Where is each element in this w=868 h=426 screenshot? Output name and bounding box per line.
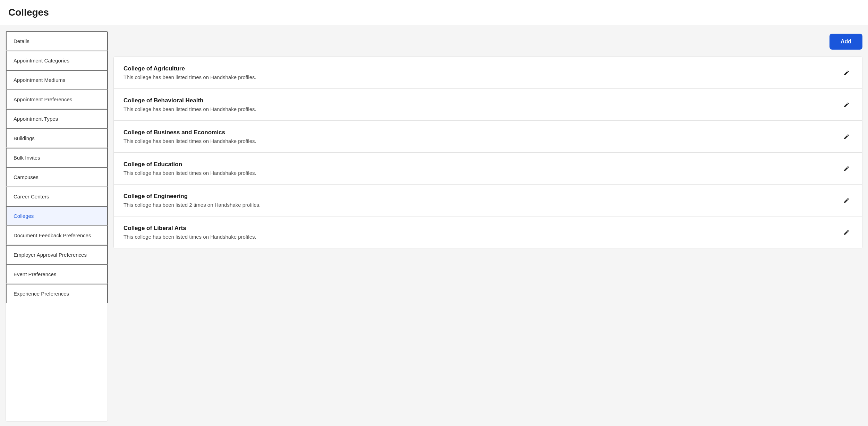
pencil-icon (843, 197, 850, 204)
college-name-liberal-arts: College of Liberal Arts (124, 225, 841, 232)
main-content: Add College of AgricultureThis college h… (113, 31, 862, 421)
college-item-business-economics: College of Business and EconomicsThis co… (114, 121, 862, 153)
sidebar-item-appointment-mediums[interactable]: Appointment Mediums (6, 70, 108, 90)
sidebar-item-appointment-types[interactable]: Appointment Types (6, 109, 108, 128)
sidebar-item-details[interactable]: Details (6, 31, 108, 51)
college-info-engineering: College of EngineeringThis college has b… (124, 193, 841, 208)
college-description-business-economics: This college has been listed times on Ha… (124, 138, 841, 144)
colleges-list: College of AgricultureThis college has b… (113, 57, 862, 248)
pencil-icon (843, 102, 850, 108)
sidebar-item-career-centers[interactable]: Career Centers (6, 187, 108, 206)
college-name-agriculture: College of Agriculture (124, 65, 841, 72)
college-item-engineering: College of EngineeringThis college has b… (114, 185, 862, 216)
college-info-liberal-arts: College of Liberal ArtsThis college has … (124, 225, 841, 240)
college-description-education: This college has been listed times on Ha… (124, 170, 841, 176)
edit-button-liberal-arts[interactable] (841, 227, 852, 238)
pencil-icon (843, 134, 850, 140)
add-button[interactable]: Add (829, 34, 862, 50)
college-name-education: College of Education (124, 161, 841, 168)
college-item-liberal-arts: College of Liberal ArtsThis college has … (114, 216, 862, 248)
sidebar-item-colleges[interactable]: Colleges (6, 206, 108, 225)
sidebar-item-appointment-preferences[interactable]: Appointment Preferences (6, 90, 108, 109)
college-info-agriculture: College of AgricultureThis college has b… (124, 65, 841, 80)
college-description-agriculture: This college has been listed times on Ha… (124, 74, 841, 80)
sidebar-item-bulk-invites[interactable]: Bulk Invites (6, 148, 108, 167)
college-name-business-economics: College of Business and Economics (124, 129, 841, 136)
college-description-engineering: This college has been listed 2 times on … (124, 202, 841, 208)
sidebar-item-campuses[interactable]: Campuses (6, 167, 108, 187)
sidebar: DetailsAppointment CategoriesAppointment… (6, 31, 108, 421)
college-description-behavioral-health: This college has been listed times on Ha… (124, 106, 841, 112)
sidebar-item-employer-approval-preferences[interactable]: Employer Approval Preferences (6, 245, 108, 264)
college-name-engineering: College of Engineering (124, 193, 841, 200)
edit-button-business-economics[interactable] (841, 131, 852, 143)
pencil-icon (843, 229, 850, 236)
college-item-agriculture: College of AgricultureThis college has b… (114, 57, 862, 89)
college-info-behavioral-health: College of Behavioral HealthThis college… (124, 97, 841, 112)
college-info-business-economics: College of Business and EconomicsThis co… (124, 129, 841, 144)
college-item-behavioral-health: College of Behavioral HealthThis college… (114, 89, 862, 121)
college-name-behavioral-health: College of Behavioral Health (124, 97, 841, 104)
toolbar: Add (113, 31, 862, 52)
edit-button-agriculture[interactable] (841, 67, 852, 79)
college-info-education: College of EducationThis college has bee… (124, 161, 841, 176)
sidebar-item-experience-preferences[interactable]: Experience Preferences (6, 284, 108, 303)
edit-button-engineering[interactable] (841, 195, 852, 206)
edit-button-education[interactable] (841, 163, 852, 174)
sidebar-item-event-preferences[interactable]: Event Preferences (6, 264, 108, 284)
college-description-liberal-arts: This college has been listed times on Ha… (124, 234, 841, 240)
sidebar-item-appointment-categories[interactable]: Appointment Categories (6, 51, 108, 70)
pencil-icon (843, 70, 850, 76)
college-item-education: College of EducationThis college has bee… (114, 153, 862, 185)
sidebar-item-document-feedback-preferences[interactable]: Document Feedback Preferences (6, 225, 108, 245)
page-header: Colleges (0, 0, 868, 25)
edit-button-behavioral-health[interactable] (841, 99, 852, 111)
pencil-icon (843, 165, 850, 172)
page-title: Colleges (8, 7, 860, 18)
sidebar-item-buildings[interactable]: Buildings (6, 128, 108, 148)
